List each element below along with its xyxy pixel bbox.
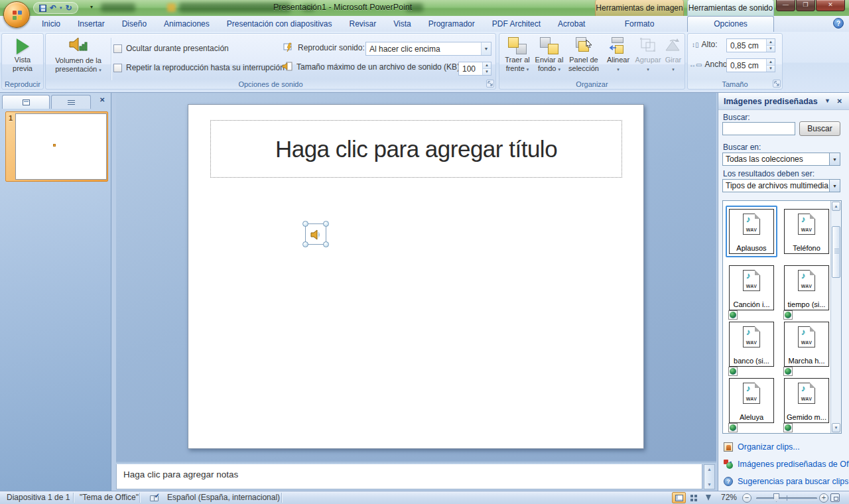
selection-handle[interactable] — [323, 221, 329, 227]
spin-down-icon[interactable]: ▼ — [767, 45, 775, 52]
tab-insertar[interactable]: Insertar — [69, 16, 113, 32]
sugerencias-link[interactable]: Sugerencias para buscar clips — [738, 477, 848, 486]
panel-seleccion-button[interactable]: Panel deselección — [566, 36, 602, 73]
slide-counter[interactable]: Diapositiva 1 de 1 — [7, 491, 70, 504]
office-button[interactable] — [3, 1, 30, 28]
results-scrollbar[interactable]: ▲ ▼ — [830, 201, 841, 433]
language-indicator[interactable]: Español (España, internacional) — [167, 491, 280, 504]
slide-canvas[interactable]: Haga clic para agregar título — [188, 104, 644, 449]
spin-up-icon[interactable]: ▲ — [767, 39, 775, 45]
resultados-select[interactable]: Tipos de archivos multimedia se ▼ — [722, 179, 840, 192]
buscar-label: Buscar: — [723, 113, 750, 122]
spell-check-icon[interactable]: ✓ — [150, 493, 160, 502]
repetir-checkbox[interactable] — [113, 64, 122, 72]
theme-name[interactable]: "Tema de Office" — [80, 491, 139, 504]
tab-acrobat[interactable]: Acrobat — [549, 16, 594, 32]
spin-up-icon[interactable]: ▲ — [767, 59, 775, 65]
chevron-down-icon[interactable]: ▼ — [829, 180, 840, 192]
selection-handle[interactable] — [302, 241, 308, 247]
clip-item[interactable]: ♪WAV Gemido m... — [784, 378, 829, 423]
clip-item[interactable]: ♪WAV Aplausos — [729, 209, 774, 254]
tab-animaciones[interactable]: Animaciones — [155, 16, 218, 32]
ocultar-label[interactable]: Ocultar durante presentación — [126, 44, 229, 53]
tab-esquema[interactable] — [51, 95, 91, 109]
tab-vista[interactable]: Vista — [385, 16, 419, 32]
outline-icon — [68, 99, 75, 105]
title-placeholder[interactable]: Haga clic para agregar título — [210, 120, 622, 178]
vista-previa-button[interactable]: Vista previa — [2, 38, 43, 73]
zoom-out-button[interactable]: − — [742, 493, 751, 503]
tab-revisar[interactable]: Revisar — [341, 16, 385, 32]
minimize-button[interactable]: — — [776, 0, 795, 11]
dialog-launcher-icon[interactable] — [773, 80, 781, 88]
scrollbar-thumb[interactable] — [832, 226, 840, 278]
alinear-button[interactable]: Alinear▾ — [604, 36, 632, 74]
selection-handle[interactable] — [323, 241, 329, 247]
ancho-spinner[interactable]: 0,85 cm ▲▼ — [726, 58, 775, 72]
repetir-label[interactable]: Repetir la reproducción hasta su interru… — [126, 63, 285, 72]
slide-sorter-button[interactable] — [686, 492, 700, 503]
zoom-level[interactable]: 72% — [721, 491, 737, 504]
tab-inicio[interactable]: Inicio — [33, 16, 69, 32]
volumen-button[interactable]: Volumen de la presentación ▾ — [48, 36, 108, 80]
scroll-down-icon[interactable]: ▼ — [832, 423, 840, 432]
task-pane-menu-icon[interactable]: ▼ — [824, 97, 830, 104]
restore-button[interactable]: ❐ — [796, 0, 815, 11]
dialog-launcher-icon[interactable] — [486, 80, 494, 88]
clip-item[interactable]: ♪WAV Canción i... — [729, 265, 774, 310]
slideshow-button[interactable] — [701, 492, 715, 503]
chevron-down-icon[interactable]: ▼ — [829, 153, 840, 165]
organizar-clips-link[interactable]: Organizar clips... — [738, 442, 800, 452]
alto-spinner[interactable]: 0,85 cm ▲▼ — [726, 38, 775, 52]
tab-presentacion[interactable]: Presentación con diapositivas — [218, 16, 341, 32]
save-icon[interactable] — [39, 5, 46, 12]
clip-item[interactable]: ♪WAV Teléfono — [784, 209, 829, 254]
close-button[interactable]: ✕ — [816, 0, 845, 11]
slide-editing-area[interactable]: Haga clic para agregar título — [116, 93, 716, 461]
scroll-down-icon[interactable]: ▼ — [704, 482, 714, 487]
undo-dropdown-icon[interactable]: ▾ — [60, 5, 62, 11]
clip-item[interactable]: ♪WAV tiempo (si... — [784, 265, 829, 310]
office-online-link[interactable]: Imágenes prediseñadas de Office ( — [738, 460, 849, 469]
tab-opciones-active[interactable]: Opciones — [687, 16, 774, 32]
clip-item[interactable]: ♪WAV Marcha h... — [784, 322, 829, 367]
buscar-en-select[interactable]: Todas las colecciones ▼ — [722, 153, 840, 166]
tab-diseno[interactable]: Diseño — [113, 16, 155, 32]
clip-item[interactable]: ♪WAV banco (si... — [729, 322, 774, 367]
slide-thumbnail-selected[interactable]: 1 — [5, 111, 108, 182]
zoom-in-button[interactable]: + — [819, 493, 828, 503]
buscar-button[interactable]: Buscar — [799, 121, 840, 136]
redo-icon[interactable]: ↻ — [66, 3, 72, 13]
buscar-input[interactable] — [722, 122, 795, 135]
tamano-max-spinner[interactable]: 100 ▲▼ — [458, 62, 491, 76]
notes-pane[interactable]: Haga clic para agregar notas — [116, 464, 702, 489]
zoom-slider-thumb[interactable] — [773, 493, 779, 502]
sound-object-selected[interactable] — [305, 223, 326, 245]
tab-programador[interactable]: Programador — [420, 16, 484, 32]
tab-formato[interactable]: Formato — [595, 16, 684, 32]
spin-down-icon[interactable]: ▼ — [483, 68, 491, 75]
notes-scrollbar[interactable]: ▲ ▼ — [704, 464, 715, 489]
close-pane-icon[interactable]: ✕ — [99, 96, 105, 103]
normal-view-button[interactable] — [672, 492, 686, 503]
traer-al-frente-button[interactable]: Traer alfrente ▾ — [502, 36, 533, 74]
task-pane-header[interactable]: Imágenes prediseñadas ▼ ✕ — [718, 93, 849, 110]
tab-diapositivas[interactable] — [2, 95, 50, 109]
help-icon[interactable]: ? — [833, 18, 844, 29]
selection-handle[interactable] — [302, 221, 308, 227]
task-pane-close-icon[interactable]: ✕ — [837, 97, 842, 105]
chevron-down-icon[interactable]: ▼ — [481, 42, 491, 55]
customize-qat-icon[interactable]: ▾ — [90, 4, 93, 10]
spin-up-icon[interactable]: ▲ — [483, 62, 491, 68]
scroll-up-icon[interactable]: ▲ — [704, 467, 714, 472]
enviar-al-fondo-button[interactable]: Enviar alfondo ▾ — [534, 36, 564, 74]
reproducir-sonido-select[interactable]: Al hacer clic encima ▼ — [365, 42, 491, 56]
tab-pdf-architect[interactable]: PDF Architect — [484, 16, 549, 32]
fit-to-window-button[interactable] — [830, 493, 840, 502]
scroll-up-icon[interactable]: ▲ — [832, 202, 840, 211]
spin-down-icon[interactable]: ▼ — [767, 65, 775, 72]
undo-icon[interactable]: ↶ — [50, 3, 56, 13]
clip-item[interactable]: ♪WAV Aleluya — [729, 378, 774, 423]
ocultar-checkbox[interactable] — [113, 44, 122, 53]
slide-thumbnail[interactable] — [15, 113, 107, 180]
